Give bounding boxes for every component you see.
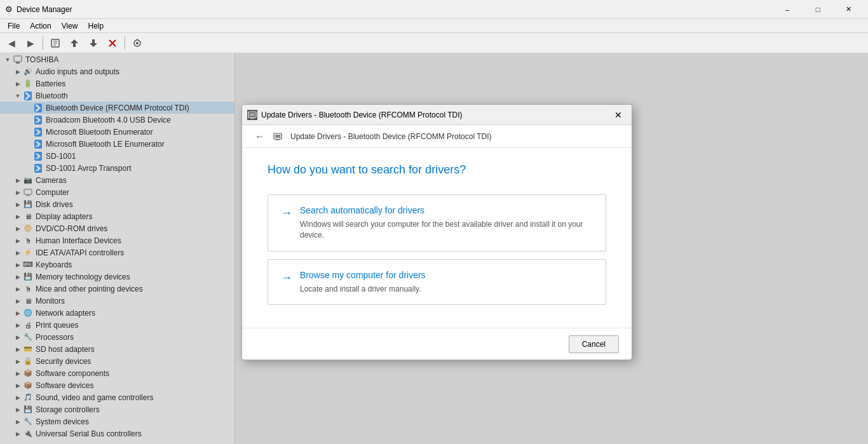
modal-titlebar: Update Drivers - Bluetooth Device (RFCOM… — [242, 105, 632, 125]
menu-view[interactable]: View — [57, 20, 83, 32]
toolbar-separator-2 — [125, 37, 125, 50]
properties-button[interactable] — [46, 35, 64, 51]
modal-nav-icon — [273, 131, 283, 142]
option1-arrow: → — [281, 206, 292, 220]
modal-title-text: Update Drivers - Bluetooth Device (RFCOM… — [261, 111, 463, 119]
search-automatically-option[interactable]: → Search automatically for drivers Windo… — [268, 194, 606, 252]
main-content: ▼ TOSHIBA ▶ 🔊 Audio inputs and outputs ▶… — [0, 53, 868, 444]
svg-marker-5 — [90, 39, 97, 47]
modal-close-button[interactable]: ✕ — [610, 108, 627, 122]
option2-title: Browse my computer for drivers — [300, 270, 426, 280]
option2-arrow: → — [281, 271, 292, 285]
browse-computer-option[interactable]: → Browse my computer for drivers Locate … — [268, 259, 606, 306]
minimize-button[interactable]: – — [773, 0, 802, 19]
svg-point-9 — [136, 42, 139, 44]
title-bar-controls: – □ ✕ — [773, 0, 863, 19]
toolbar-separator-1 — [43, 37, 43, 50]
menu-action[interactable]: Action — [25, 20, 56, 32]
modal-nav: ← Update Drivers - Bluetooth Device (RFC… — [242, 125, 632, 148]
svg-rect-21 — [250, 113, 255, 116]
title-bar-left: ⚙ Device Manager — [5, 4, 72, 14]
modal-back-button[interactable]: ← — [252, 129, 268, 144]
toolbar: ◀ ▶ — [0, 33, 868, 53]
option1-title: Search automatically for drivers — [300, 205, 593, 215]
modal-footer: Cancel — [242, 328, 632, 360]
title-bar-icon: ⚙ — [5, 4, 13, 14]
cancel-button[interactable]: Cancel — [569, 335, 619, 353]
menu-bar: File Action View Help — [0, 19, 868, 33]
modal-device-icon — [247, 110, 257, 120]
option1-desc: Windows will search your computer for th… — [300, 219, 593, 241]
menu-help[interactable]: Help — [83, 20, 109, 32]
rollback-button[interactable] — [85, 35, 102, 51]
modal-title-left: Update Drivers - Bluetooth Device (RFCOM… — [247, 110, 463, 120]
modal-question: How do you want to search for drivers? — [268, 163, 606, 177]
svg-marker-4 — [71, 39, 78, 47]
forward-button[interactable]: ▶ — [22, 35, 39, 51]
svg-rect-23 — [275, 135, 280, 138]
scan-button[interactable] — [128, 35, 146, 51]
title-bar: ⚙ Device Manager – □ ✕ — [0, 0, 868, 19]
menu-file[interactable]: File — [3, 20, 25, 32]
back-button[interactable]: ◀ — [3, 35, 20, 51]
uninstall-button[interactable] — [104, 35, 121, 51]
close-button[interactable]: ✕ — [834, 0, 863, 19]
maximize-button[interactable]: □ — [803, 0, 832, 19]
option2-content: Browse my computer for drivers Locate an… — [300, 270, 426, 295]
modal-nav-title: Update Drivers - Bluetooth Device (RFCOM… — [290, 132, 492, 141]
title-bar-text: Device Manager — [17, 5, 72, 14]
option2-desc: Locate and install a driver manually. — [300, 284, 426, 295]
option1-content: Search automatically for drivers Windows… — [300, 205, 593, 241]
update-driver-button[interactable] — [65, 35, 83, 51]
modal-body: How do you want to search for drivers? →… — [242, 148, 632, 328]
update-drivers-dialog: Update Drivers - Bluetooth Device (RFCOM… — [241, 104, 632, 360]
